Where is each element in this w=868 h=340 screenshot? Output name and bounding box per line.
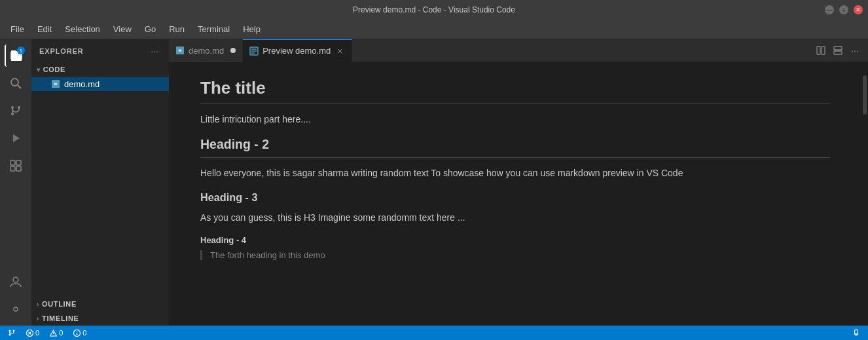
code-section-label: CODE — [43, 66, 65, 73]
settings-activity-icon[interactable] — [5, 298, 27, 320]
explorer-activity-icon[interactable]: 1 — [5, 45, 27, 67]
preview-blockquote: The forth heading in this demo — [200, 250, 830, 260]
tab-dirty-indicator — [230, 48, 236, 53]
svg-rect-21 — [834, 47, 842, 50]
menu-help[interactable]: Help — [238, 22, 266, 37]
scrollbar-thumb[interactable] — [863, 75, 867, 115]
more-actions-button[interactable]: ··· — [847, 43, 863, 58]
tab-preview-icon — [249, 47, 259, 56]
info-count: 0 — [82, 329, 86, 337]
sidebar-more-button[interactable]: ··· — [148, 45, 161, 58]
file-item-demo-md[interactable]: M demo.md — [31, 77, 169, 91]
sidebar-timeline[interactable]: › TIMELINE — [31, 311, 169, 326]
svg-rect-11 — [10, 166, 15, 171]
git-branch-icon — [8, 329, 16, 337]
notifications-button[interactable] — [850, 326, 863, 340]
menu-bar: File Edit Selection View Go Run Terminal… — [0, 20, 868, 39]
window-title: Preview demo.md - Code - Visual Studio C… — [353, 5, 515, 14]
preview-heading-4: Heading - 4 — [200, 235, 830, 245]
explorer-badge: 1 — [17, 47, 25, 54]
tab-demo-md[interactable]: M demo.md — [169, 39, 243, 62]
menu-file[interactable]: File — [5, 22, 29, 37]
svg-rect-20 — [822, 47, 825, 54]
status-bar-right — [850, 326, 863, 340]
menu-go[interactable]: Go — [139, 22, 161, 37]
warnings-count: 0 — [59, 329, 63, 337]
tab-demo-md-label: demo.md — [189, 46, 224, 56]
status-bar: 0 0 0 — [0, 326, 868, 340]
svg-point-5 — [11, 113, 14, 115]
sidebar-outline[interactable]: › OUTLINE — [31, 297, 169, 311]
timeline-label: TIMELINE — [42, 314, 79, 322]
activity-bar-bottom — [5, 271, 27, 326]
branch-status-item[interactable] — [5, 326, 18, 340]
menu-terminal[interactable]: Terminal — [192, 22, 235, 37]
run-activity-icon[interactable] — [5, 127, 27, 149]
info-status-item[interactable]: 0 — [71, 326, 89, 340]
sidebar-actions: ··· — [148, 45, 161, 58]
editor-scrollbar[interactable] — [861, 62, 868, 326]
activity-bar: 1 — [0, 39, 31, 326]
source-control-activity-icon[interactable] — [5, 100, 27, 122]
svg-point-35 — [77, 331, 77, 331]
minimize-button[interactable]: — — [825, 5, 834, 14]
svg-rect-22 — [834, 51, 842, 54]
svg-point-1 — [11, 79, 18, 86]
menu-run[interactable]: Run — [164, 22, 190, 37]
window-controls: — + ✕ — [825, 5, 863, 14]
menu-selection[interactable]: Selection — [60, 22, 105, 37]
tab-preview-label: Preview demo.md — [262, 46, 331, 56]
sidebar-section-code[interactable]: ▾ CODE — [31, 62, 169, 77]
svg-point-14 — [14, 307, 18, 311]
svg-point-32 — [53, 335, 54, 335]
account-activity-icon[interactable] — [5, 271, 27, 293]
editor-area: M demo.md Preview demo.md × — [169, 39, 868, 326]
warnings-status-item[interactable]: 0 — [47, 326, 65, 340]
title-bar: Preview demo.md - Code - Visual Studio C… — [0, 0, 868, 20]
md-file-icon: M — [51, 79, 60, 88]
tab-bar-actions: ··· — [813, 43, 868, 58]
sidebar-title: EXPLORER — [39, 47, 84, 55]
menu-view[interactable]: View — [108, 22, 137, 37]
svg-marker-7 — [13, 134, 20, 142]
svg-point-13 — [13, 277, 18, 282]
svg-rect-9 — [10, 161, 15, 165]
svg-point-23 — [9, 330, 11, 332]
menu-edit[interactable]: Edit — [32, 22, 57, 37]
preview-h3-text: As you can guess, this is H3 Imagine som… — [200, 210, 830, 225]
preview-intro: Little intricution part here.... — [200, 112, 830, 126]
tab-md-icon: M — [175, 46, 185, 55]
close-button[interactable]: ✕ — [854, 5, 863, 14]
tab-preview-demo-md[interactable]: Preview demo.md × — [243, 39, 352, 62]
tab-close-button[interactable]: × — [335, 46, 345, 56]
bell-icon — [852, 329, 860, 337]
info-icon — [73, 330, 81, 337]
svg-rect-12 — [16, 166, 21, 171]
svg-point-4 — [18, 106, 20, 109]
editor-layout-button[interactable] — [830, 43, 846, 58]
timeline-chevron: › — [37, 315, 39, 322]
sidebar-footer: › OUTLINE › TIMELINE — [31, 297, 169, 326]
warning-icon — [50, 330, 57, 337]
blockquote-text: The forth heading in this demo — [210, 250, 325, 260]
outline-chevron: › — [37, 301, 39, 308]
svg-point-3 — [11, 106, 14, 109]
main-layout: 1 — [0, 39, 868, 326]
status-bar-left: 0 0 0 — [5, 326, 89, 340]
preview-container[interactable]: The title Little intricution part here..… — [169, 62, 861, 326]
search-activity-icon[interactable] — [5, 72, 27, 94]
svg-line-2 — [18, 85, 21, 88]
split-editor-button[interactable] — [813, 43, 829, 58]
svg-point-25 — [9, 334, 11, 336]
extensions-activity-icon[interactable] — [5, 155, 27, 177]
preview-heading-1: The title — [200, 78, 830, 104]
errors-status-item[interactable]: 0 — [24, 326, 42, 340]
maximize-button[interactable]: + — [839, 5, 848, 14]
svg-rect-10 — [16, 161, 21, 165]
errors-count: 0 — [35, 329, 39, 337]
svg-point-24 — [13, 330, 15, 332]
activity-bar-top: 1 — [5, 45, 27, 271]
tab-bar: M demo.md Preview demo.md × — [169, 39, 868, 62]
code-section-chevron: ▾ — [37, 66, 41, 73]
svg-rect-19 — [817, 47, 820, 54]
